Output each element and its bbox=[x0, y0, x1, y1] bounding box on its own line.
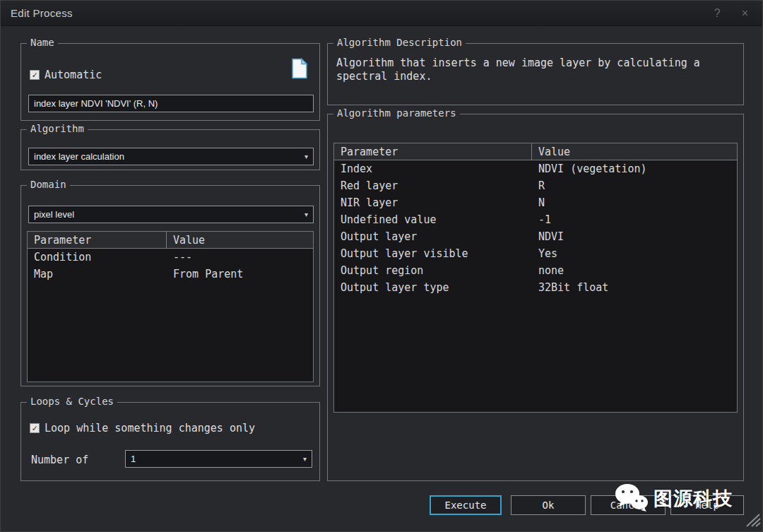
table-row[interactable]: Map From Parent bbox=[28, 266, 313, 283]
table-header-row: Parameter Value bbox=[334, 143, 737, 160]
automatic-checkbox-row[interactable]: ✓ Automatic bbox=[30, 69, 102, 81]
table-row[interactable]: Output layer type 32Bit float bbox=[334, 279, 737, 296]
help-icon[interactable]: ? bbox=[714, 7, 721, 20]
new-document-icon[interactable] bbox=[291, 58, 308, 82]
loops-group: Loops & Cycles ✓ Loop while something ch… bbox=[20, 402, 320, 481]
table-row[interactable]: NIR layer N bbox=[334, 194, 737, 211]
process-name-value: index layer NDVI 'NDVI' (R, N) bbox=[34, 98, 158, 109]
table-row[interactable]: Output layer NDVI bbox=[334, 228, 737, 245]
algorithm-description-text: Algorithm that inserts a new image layer… bbox=[336, 57, 732, 83]
algorithm-parameters-table: Parameter Value Index NDVI (vegetation) … bbox=[333, 143, 738, 413]
parameters-group-label: Algorithm parameters bbox=[333, 107, 460, 119]
chevron-down-icon: ▾ bbox=[300, 211, 308, 218]
cell-value[interactable]: N bbox=[532, 196, 551, 209]
watermark-text: 图源科技 bbox=[653, 486, 733, 512]
table-row[interactable]: Output region none bbox=[334, 262, 737, 279]
algorithm-dropdown[interactable]: index layer calculation ▾ bbox=[28, 148, 314, 165]
cell-parameter: Output layer visible bbox=[334, 245, 532, 262]
chevron-down-icon: ▾ bbox=[300, 153, 308, 160]
close-icon[interactable]: × bbox=[742, 7, 748, 20]
domain-dropdown[interactable]: pixel level ▾ bbox=[28, 206, 314, 223]
dialog-title: Edit Process bbox=[11, 7, 73, 19]
cell-parameter: Undefined value bbox=[334, 211, 532, 228]
number-of-label: Number of bbox=[31, 454, 88, 466]
table-header-row: Parameter Value bbox=[28, 232, 313, 249]
cell-value[interactable]: From Parent bbox=[167, 268, 249, 280]
cell-parameter: Output region bbox=[334, 262, 532, 279]
description-group: Algorithm Description Algorithm that ins… bbox=[327, 43, 744, 105]
cell-parameter: NIR layer bbox=[334, 194, 532, 211]
parameters-group: Algorithm parameters Parameter Value Ind… bbox=[327, 114, 744, 481]
cell-value[interactable]: Yes bbox=[532, 247, 564, 260]
domain-dropdown-value: pixel level bbox=[34, 209, 74, 220]
loop-checkbox-row[interactable]: ✓ Loop while something changes only bbox=[30, 422, 255, 435]
cell-value[interactable]: --- bbox=[167, 251, 199, 264]
automatic-checkbox-label: Automatic bbox=[45, 69, 102, 81]
chevron-down-icon: ▾ bbox=[299, 455, 307, 463]
table-row[interactable]: Red layer R bbox=[334, 177, 737, 194]
resize-grip-icon[interactable] bbox=[745, 513, 761, 530]
cell-parameter: Red layer bbox=[334, 177, 532, 194]
algorithm-group-label: Algorithm bbox=[27, 123, 88, 134]
table-row[interactable]: Undefined value -1 bbox=[334, 211, 737, 228]
name-group: Name ✓ Automatic index layer NDVI 'NDVI'… bbox=[20, 43, 320, 121]
table-row[interactable]: Index NDVI (vegetation) bbox=[334, 160, 737, 177]
loop-checkbox-label: Loop while something changes only bbox=[45, 422, 255, 435]
cell-parameter: Condition bbox=[28, 249, 167, 266]
cell-parameter: Index bbox=[334, 160, 532, 177]
cell-value[interactable]: NDVI bbox=[532, 230, 570, 243]
execute-button[interactable]: Execute bbox=[430, 495, 502, 515]
cell-value[interactable]: NDVI (vegetation) bbox=[532, 162, 653, 175]
number-of-dropdown[interactable]: 1 ▾ bbox=[125, 450, 312, 468]
domain-group: Domain pixel level ▾ Parameter Value Con… bbox=[20, 185, 320, 386]
header-value: Value bbox=[532, 146, 576, 158]
cell-parameter: Output layer type bbox=[334, 279, 532, 296]
name-group-label: Name bbox=[27, 37, 58, 48]
watermark: 图源科技 bbox=[613, 482, 733, 516]
cell-value[interactable]: 32Bit float bbox=[532, 281, 615, 294]
loop-checkbox[interactable]: ✓ bbox=[30, 423, 40, 433]
table-row[interactable]: Condition --- bbox=[28, 249, 313, 266]
header-parameter: Parameter bbox=[334, 143, 532, 160]
wechat-logo-icon bbox=[613, 482, 649, 516]
automatic-checkbox[interactable]: ✓ bbox=[30, 70, 40, 80]
cell-value[interactable]: none bbox=[532, 264, 570, 277]
edit-process-dialog: Edit Process ? × Name ✓ Automatic index … bbox=[0, 0, 763, 532]
cell-value[interactable]: R bbox=[532, 179, 551, 192]
algorithm-dropdown-value: index layer calculation bbox=[34, 151, 124, 162]
header-value: Value bbox=[167, 234, 211, 247]
process-name-input[interactable]: index layer NDVI 'NDVI' (R, N) bbox=[28, 95, 314, 112]
title-bar[interactable]: Edit Process ? × bbox=[1, 1, 762, 26]
description-group-label: Algorithm Description bbox=[333, 37, 466, 48]
cell-value[interactable]: -1 bbox=[532, 213, 557, 226]
domain-parameter-table: Parameter Value Condition --- Map From P… bbox=[27, 231, 314, 382]
number-of-value: 1 bbox=[131, 454, 136, 464]
table-row[interactable]: Output layer visible Yes bbox=[334, 245, 737, 262]
cell-parameter: Map bbox=[28, 266, 167, 283]
header-parameter: Parameter bbox=[28, 232, 167, 248]
ok-button[interactable]: Ok bbox=[511, 495, 586, 515]
cell-parameter: Output layer bbox=[334, 228, 532, 245]
loops-group-label: Loops & Cycles bbox=[27, 396, 117, 407]
algorithm-group: Algorithm index layer calculation ▾ bbox=[20, 129, 320, 170]
domain-group-label: Domain bbox=[27, 179, 70, 190]
